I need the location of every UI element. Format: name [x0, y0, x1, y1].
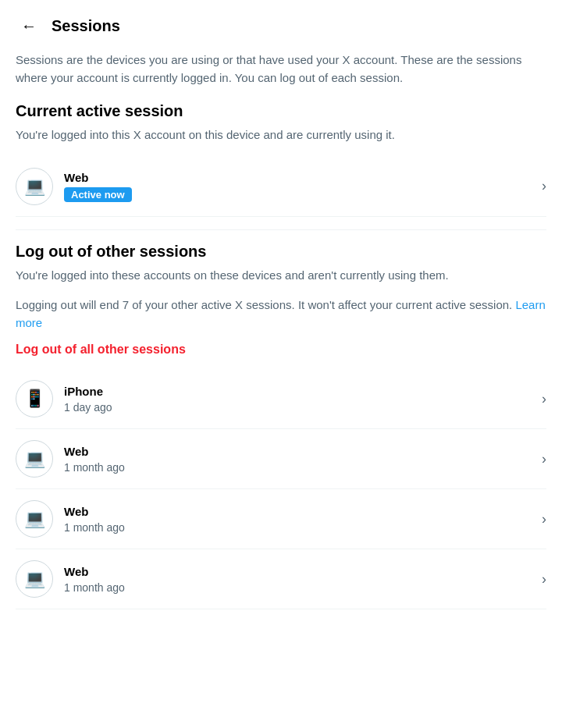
- current-session-title: Current active session: [16, 102, 546, 120]
- laptop-icon: 💻: [24, 176, 45, 197]
- active-badge: Active now: [64, 187, 132, 202]
- page-title: Sessions: [52, 17, 120, 35]
- session-item-web-2[interactable]: 💻 Web 1 month ago ›: [16, 489, 546, 549]
- web1-session-name: Web: [64, 444, 535, 460]
- iphone-icon-wrapper: 📱: [16, 380, 53, 417]
- header: ← Sessions: [16, 12, 546, 39]
- page-container: ← Sessions Sessions are the devices you …: [0, 0, 562, 622]
- web1-icon-wrapper: 💻: [16, 440, 53, 478]
- logout-all-button[interactable]: Log out of all other sessions: [16, 343, 186, 357]
- iphone-chevron-icon: ›: [542, 391, 546, 407]
- current-session-item[interactable]: 💻 Web Active now ›: [16, 157, 546, 217]
- web3-chevron-icon: ›: [542, 571, 546, 588]
- iphone-session-name: iPhone: [64, 384, 535, 400]
- web3-session-info: Web 1 month ago: [64, 564, 535, 594]
- web1-session-info: Web 1 month ago: [64, 444, 535, 474]
- current-session-name: Web: [64, 170, 535, 186]
- web2-chevron-icon: ›: [542, 511, 546, 527]
- session-item-iphone[interactable]: 📱 iPhone 1 day ago ›: [16, 369, 546, 429]
- phone-icon: 📱: [24, 389, 45, 409]
- iphone-session-time: 1 day ago: [64, 401, 535, 414]
- back-button[interactable]: ←: [16, 12, 42, 39]
- other-sessions-list: 📱 iPhone 1 day ago › 💻 Web 1 month ago ›…: [16, 369, 546, 609]
- laptop-icon-3: 💻: [24, 569, 45, 589]
- web2-icon-wrapper: 💻: [16, 500, 53, 538]
- current-session-chevron-icon: ›: [542, 178, 546, 194]
- current-session-desc: You're logged into this X account on thi…: [16, 126, 546, 144]
- laptop-icon-1: 💻: [24, 449, 45, 469]
- logout-warning: Logging out will end 7 of your other act…: [16, 297, 546, 332]
- back-arrow-icon: ←: [21, 18, 37, 34]
- session-item-web-3[interactable]: 💻 Web 1 month ago ›: [16, 549, 546, 609]
- current-session-info: Web Active now: [64, 170, 535, 203]
- web3-session-time: 1 month ago: [64, 581, 535, 594]
- web2-session-time: 1 month ago: [64, 521, 535, 534]
- session-item-web-1[interactable]: 💻 Web 1 month ago ›: [16, 429, 546, 489]
- web2-session-name: Web: [64, 504, 535, 520]
- web3-session-name: Web: [64, 564, 535, 580]
- iphone-session-info: iPhone 1 day ago: [64, 384, 535, 414]
- other-sessions-desc: You're logged into these accounts on the…: [16, 267, 546, 285]
- laptop-icon-2: 💻: [24, 509, 45, 529]
- current-device-icon-wrapper: 💻: [16, 168, 53, 205]
- web1-chevron-icon: ›: [542, 451, 546, 467]
- web3-icon-wrapper: 💻: [16, 560, 53, 598]
- logout-warning-text: Logging out will end 7 of your other act…: [16, 298, 512, 311]
- section-divider: [16, 229, 546, 230]
- other-sessions-title: Log out of other sessions: [16, 243, 546, 261]
- web2-session-info: Web 1 month ago: [64, 504, 535, 534]
- web1-session-time: 1 month ago: [64, 461, 535, 474]
- intro-description: Sessions are the devices you are using o…: [16, 51, 546, 87]
